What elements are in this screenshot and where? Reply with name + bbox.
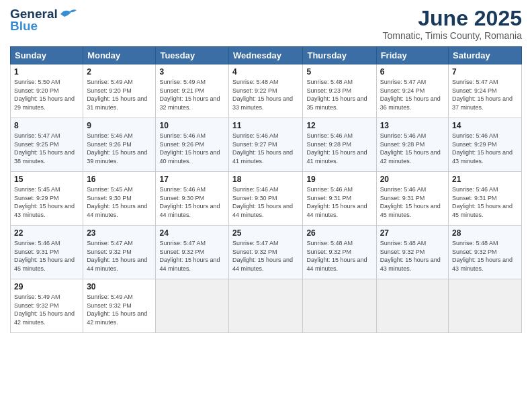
calendar-cell: 7 Sunrise: 5:47 AMSunset: 9:24 PMDayligh…: [449, 64, 522, 118]
col-saturday: Saturday: [449, 47, 522, 64]
day-number: 18: [232, 175, 299, 184]
title-area: June 2025 Tomnatic, Timis County, Romani…: [383, 7, 522, 41]
day-info: Sunrise: 5:47 AMSunset: 9:32 PMDaylight:…: [87, 240, 147, 272]
col-sunday: Sunday: [11, 47, 83, 64]
day-number: 24: [159, 228, 225, 238]
calendar-cell: 24 Sunrise: 5:47 AMSunset: 9:32 PMDaylig…: [156, 226, 229, 279]
day-info: Sunrise: 5:46 AMSunset: 9:26 PMDaylight:…: [159, 132, 220, 165]
calendar-cell: 12 Sunrise: 5:46 AMSunset: 9:28 PMDaylig…: [303, 118, 376, 172]
day-info: Sunrise: 5:46 AMSunset: 9:28 PMDaylight:…: [306, 132, 367, 165]
day-number: 12: [306, 121, 372, 130]
calendar-cell: 4 Sunrise: 5:48 AMSunset: 9:22 PMDayligh…: [229, 64, 303, 118]
col-monday: Monday: [83, 47, 156, 64]
calendar-cell: [156, 279, 229, 333]
calendar-cell: 29 Sunrise: 5:49 AMSunset: 9:32 PMDaylig…: [11, 279, 83, 333]
calendar-cell: 1 Sunrise: 5:50 AMSunset: 9:20 PMDayligh…: [11, 64, 83, 118]
day-number: 6: [380, 67, 445, 77]
calendar-row: 29 Sunrise: 5:49 AMSunset: 9:32 PMDaylig…: [11, 279, 522, 333]
day-info: Sunrise: 5:46 AMSunset: 9:26 PMDaylight:…: [87, 132, 147, 165]
day-info: Sunrise: 5:48 AMSunset: 9:32 PMDaylight:…: [452, 240, 513, 272]
day-number: 11: [232, 121, 299, 130]
calendar-cell: [303, 279, 376, 333]
calendar-cell: 27 Sunrise: 5:48 AMSunset: 9:32 PMDaylig…: [376, 226, 448, 279]
calendar-cell: 6 Sunrise: 5:47 AMSunset: 9:24 PMDayligh…: [376, 64, 448, 118]
day-number: 8: [14, 121, 79, 130]
subtitle: Tomnatic, Timis County, Romania: [383, 30, 522, 41]
day-info: Sunrise: 5:47 AMSunset: 9:24 PMDaylight:…: [380, 79, 441, 111]
day-number: 20: [380, 175, 445, 184]
logo-bird-icon: [59, 7, 78, 21]
day-info: Sunrise: 5:46 AMSunset: 9:27 PMDaylight:…: [232, 132, 293, 165]
calendar-cell: 22 Sunrise: 5:46 AMSunset: 9:31 PMDaylig…: [11, 226, 83, 279]
calendar-cell: 5 Sunrise: 5:48 AMSunset: 9:23 PMDayligh…: [303, 64, 376, 118]
calendar-cell: 13 Sunrise: 5:46 AMSunset: 9:28 PMDaylig…: [376, 118, 448, 172]
day-info: Sunrise: 5:48 AMSunset: 9:23 PMDaylight:…: [306, 79, 367, 111]
logo-line2: Blue: [10, 19, 38, 34]
header-row: Sunday Monday Tuesday Wednesday Thursday…: [11, 47, 522, 64]
day-number: 14: [452, 121, 518, 130]
calendar-cell: 11 Sunrise: 5:46 AMSunset: 9:27 PMDaylig…: [229, 118, 303, 172]
calendar-cell: 18 Sunrise: 5:46 AMSunset: 9:30 PMDaylig…: [229, 172, 303, 226]
calendar-cell: 23 Sunrise: 5:47 AMSunset: 9:32 PMDaylig…: [83, 226, 156, 279]
calendar-cell: 9 Sunrise: 5:46 AMSunset: 9:26 PMDayligh…: [83, 118, 156, 172]
day-info: Sunrise: 5:46 AMSunset: 9:31 PMDaylight:…: [380, 186, 441, 218]
calendar-cell: 26 Sunrise: 5:48 AMSunset: 9:32 PMDaylig…: [303, 226, 376, 279]
day-info: Sunrise: 5:50 AMSunset: 9:20 PMDaylight:…: [14, 79, 75, 111]
day-info: Sunrise: 5:47 AMSunset: 9:24 PMDaylight:…: [452, 79, 513, 111]
day-info: Sunrise: 5:47 AMSunset: 9:32 PMDaylight:…: [159, 240, 220, 272]
day-number: 25: [232, 228, 299, 238]
calendar-cell: [376, 279, 448, 333]
day-info: Sunrise: 5:47 AMSunset: 9:25 PMDaylight:…: [14, 132, 75, 165]
day-number: 17: [159, 175, 225, 184]
calendar-cell: 19 Sunrise: 5:46 AMSunset: 9:31 PMDaylig…: [303, 172, 376, 226]
day-number: 5: [306, 67, 372, 77]
day-number: 15: [14, 175, 79, 184]
calendar-cell: 10 Sunrise: 5:46 AMSunset: 9:26 PMDaylig…: [156, 118, 229, 172]
day-number: 2: [87, 67, 152, 77]
day-info: Sunrise: 5:49 AMSunset: 9:21 PMDaylight:…: [159, 79, 220, 111]
col-friday: Friday: [376, 47, 448, 64]
day-number: 22: [14, 228, 79, 238]
calendar-row: 22 Sunrise: 5:46 AMSunset: 9:31 PMDaylig…: [11, 226, 522, 279]
calendar-cell: 16 Sunrise: 5:45 AMSunset: 9:30 PMDaylig…: [83, 172, 156, 226]
calendar-cell: 21 Sunrise: 5:46 AMSunset: 9:31 PMDaylig…: [449, 172, 522, 226]
day-info: Sunrise: 5:46 AMSunset: 9:30 PMDaylight:…: [232, 186, 293, 218]
day-number: 27: [380, 228, 445, 238]
day-number: 13: [380, 121, 445, 130]
day-number: 10: [159, 121, 225, 130]
day-info: Sunrise: 5:48 AMSunset: 9:32 PMDaylight:…: [306, 240, 367, 272]
logo: General Blue: [10, 7, 78, 34]
day-info: Sunrise: 5:47 AMSunset: 9:32 PMDaylight:…: [232, 240, 293, 272]
day-number: 9: [87, 121, 152, 130]
day-info: Sunrise: 5:46 AMSunset: 9:31 PMDaylight:…: [14, 240, 75, 272]
page: General Blue June 2025 Tomnatic, Timis C…: [0, 0, 532, 411]
day-info: Sunrise: 5:49 AMSunset: 9:32 PMDaylight:…: [87, 293, 147, 326]
calendar-cell: [449, 279, 522, 333]
day-number: 19: [306, 175, 372, 184]
calendar-table: Sunday Monday Tuesday Wednesday Thursday…: [10, 46, 522, 333]
calendar-cell: 14 Sunrise: 5:46 AMSunset: 9:29 PMDaylig…: [449, 118, 522, 172]
calendar-row: 15 Sunrise: 5:45 AMSunset: 9:29 PMDaylig…: [11, 172, 522, 226]
col-wednesday: Wednesday: [229, 47, 303, 64]
day-number: 7: [452, 67, 518, 77]
day-number: 21: [452, 175, 518, 184]
day-number: 4: [232, 67, 299, 77]
calendar-cell: 20 Sunrise: 5:46 AMSunset: 9:31 PMDaylig…: [376, 172, 448, 226]
day-info: Sunrise: 5:46 AMSunset: 9:29 PMDaylight:…: [452, 132, 513, 165]
day-info: Sunrise: 5:46 AMSunset: 9:28 PMDaylight:…: [380, 132, 441, 165]
day-info: Sunrise: 5:49 AMSunset: 9:32 PMDaylight:…: [14, 293, 75, 326]
day-number: 23: [87, 228, 152, 238]
month-title: June 2025: [383, 7, 522, 30]
day-number: 26: [306, 228, 372, 238]
day-info: Sunrise: 5:48 AMSunset: 9:32 PMDaylight:…: [380, 240, 441, 272]
calendar-cell: 15 Sunrise: 5:45 AMSunset: 9:29 PMDaylig…: [11, 172, 83, 226]
day-info: Sunrise: 5:45 AMSunset: 9:29 PMDaylight:…: [14, 186, 75, 218]
calendar-cell: 25 Sunrise: 5:47 AMSunset: 9:32 PMDaylig…: [229, 226, 303, 279]
day-info: Sunrise: 5:46 AMSunset: 9:30 PMDaylight:…: [159, 186, 220, 218]
col-thursday: Thursday: [303, 47, 376, 64]
day-info: Sunrise: 5:46 AMSunset: 9:31 PMDaylight:…: [306, 186, 367, 218]
day-info: Sunrise: 5:45 AMSunset: 9:30 PMDaylight:…: [87, 186, 147, 218]
calendar-cell: 2 Sunrise: 5:49 AMSunset: 9:20 PMDayligh…: [83, 64, 156, 118]
col-tuesday: Tuesday: [156, 47, 229, 64]
calendar-row: 1 Sunrise: 5:50 AMSunset: 9:20 PMDayligh…: [11, 64, 522, 118]
